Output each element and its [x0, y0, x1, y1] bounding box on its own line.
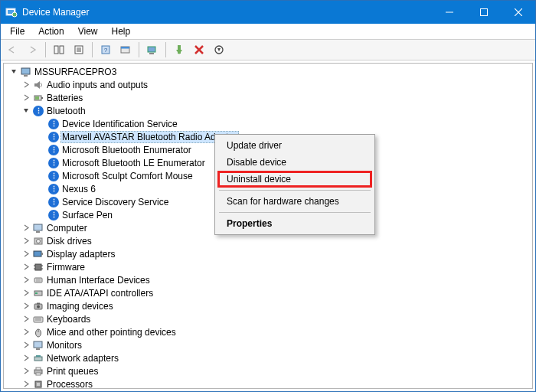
- printer-icon: [31, 366, 45, 377]
- svg-rect-30: [35, 96, 39, 100]
- tree-category-audio[interactable]: Audio inputs and outputs: [5, 78, 532, 91]
- tree-category-netadapters[interactable]: Network adapters: [5, 351, 532, 364]
- keyboard-icon: [31, 314, 45, 325]
- tree-category-processors[interactable]: Processors: [5, 377, 532, 389]
- category-label: Monitors: [45, 340, 84, 351]
- ctx-disable-device[interactable]: Disable device: [217, 154, 372, 171]
- tree-category-mice[interactable]: Mice and other pointing devices: [5, 325, 532, 338]
- nav-back-button[interactable]: [3, 41, 21, 58]
- show-hide-console-button[interactable]: [50, 41, 68, 58]
- tree-category-bluetooth[interactable]: ⋮ Bluetooth: [5, 104, 532, 117]
- mouse-icon: [31, 327, 45, 338]
- ctx-uninstall-device[interactable]: Uninstall device: [217, 171, 372, 188]
- bluetooth-icon: ⋮: [47, 158, 60, 168]
- tree-category-disk[interactable]: Disk drives: [5, 234, 532, 247]
- toolbar: ?: [1, 39, 535, 60]
- monitor-icon: [31, 340, 45, 351]
- svg-rect-60: [36, 368, 41, 370]
- expand-icon[interactable]: [21, 341, 31, 348]
- category-label: Bluetooth: [45, 106, 88, 116]
- category-label: Firmware: [45, 262, 87, 273]
- tree-category-keyboards[interactable]: Keyboards: [5, 312, 532, 325]
- minimize-button[interactable]: [432, 1, 466, 24]
- category-label: Keyboards: [45, 314, 93, 325]
- scan-hardware-button[interactable]: [143, 41, 162, 58]
- bluetooth-icon: ⋮: [47, 210, 60, 220]
- toolbar-divider: [165, 42, 166, 57]
- svg-text:?: ?: [104, 47, 108, 54]
- window-title: Device Manager: [22, 7, 432, 18]
- expand-icon[interactable]: [21, 81, 31, 88]
- tree-category-imaging[interactable]: Imaging devices: [5, 299, 532, 312]
- device-label: Microsoft Bluetooth LE Enumerator: [60, 158, 208, 168]
- disable-button[interactable]: [210, 41, 228, 58]
- expand-icon[interactable]: [21, 276, 31, 283]
- tree-category-hid[interactable]: Human Interface Devices: [5, 273, 532, 286]
- maximize-button[interactable]: [466, 1, 501, 24]
- tree-category-printqueues[interactable]: Print queues: [5, 364, 532, 377]
- svg-marker-27: [34, 81, 40, 89]
- tree-category-display[interactable]: Display adapters: [5, 247, 532, 260]
- svg-rect-4: [480, 9, 487, 16]
- svg-rect-8: [60, 46, 64, 54]
- ctx-scan-hardware[interactable]: Scan for hardware changes: [217, 193, 372, 210]
- device-tree-panel[interactable]: MSSURFACEPRO3 Audio inputs and outputs B…: [3, 63, 533, 389]
- expand-icon[interactable]: [21, 354, 31, 361]
- collapse-icon[interactable]: [21, 107, 31, 114]
- expand-icon[interactable]: [21, 381, 31, 387]
- expand-icon[interactable]: [21, 250, 31, 257]
- expand-icon[interactable]: [21, 94, 31, 101]
- toolbar-button[interactable]: [116, 41, 135, 58]
- collapse-icon[interactable]: [8, 68, 19, 75]
- svg-rect-26: [24, 75, 28, 77]
- help-button[interactable]: ?: [96, 41, 115, 58]
- bt-device-identification[interactable]: ⋮ Device Identification Service: [5, 117, 532, 130]
- tree-category-ide[interactable]: IDE ATA/ATAPI controllers: [5, 286, 532, 299]
- display-adapter-icon: [31, 249, 45, 260]
- toolbar-divider: [92, 42, 93, 57]
- expand-icon[interactable]: [21, 368, 31, 374]
- disk-icon: [31, 236, 45, 247]
- expand-icon[interactable]: [21, 263, 31, 270]
- category-label: Computer: [45, 223, 90, 234]
- menu-file[interactable]: File: [4, 25, 31, 38]
- svg-rect-49: [37, 302, 40, 304]
- bluetooth-icon: ⋮: [47, 184, 60, 194]
- expand-icon[interactable]: [21, 328, 31, 335]
- context-menu-divider: [219, 212, 371, 213]
- tree-root-computer[interactable]: MSSURFACEPRO3: [5, 65, 532, 78]
- expand-icon[interactable]: [21, 302, 31, 309]
- menubar: File Action View Help: [1, 24, 535, 39]
- svg-rect-35: [34, 251, 41, 256]
- tree-category-batteries[interactable]: Batteries: [5, 91, 532, 104]
- ctx-update-driver[interactable]: Update driver: [217, 137, 372, 154]
- category-label: Processors: [45, 379, 95, 390]
- uninstall-button[interactable]: [190, 41, 208, 58]
- tree-root-label: MSSURFACEPRO3: [33, 67, 119, 77]
- battery-icon: [31, 93, 45, 103]
- ctx-properties[interactable]: Properties: [217, 215, 372, 232]
- close-button[interactable]: [501, 1, 535, 24]
- tree-category-firmware[interactable]: Firmware: [5, 260, 532, 273]
- bluetooth-icon: ⋮: [47, 132, 60, 142]
- svg-rect-55: [34, 341, 42, 348]
- tree-category-monitors[interactable]: Monitors: [5, 338, 532, 351]
- update-driver-button[interactable]: [170, 41, 188, 58]
- svg-marker-20: [176, 50, 182, 54]
- nav-forward-button[interactable]: [23, 41, 41, 58]
- chip-icon: [31, 262, 45, 273]
- svg-rect-58: [36, 355, 41, 357]
- category-label: Display adapters: [45, 249, 117, 260]
- expand-icon[interactable]: [21, 237, 31, 244]
- menu-view[interactable]: View: [72, 25, 104, 38]
- category-label: Disk drives: [45, 236, 94, 247]
- ide-icon: [31, 288, 45, 299]
- expand-icon[interactable]: [21, 315, 31, 322]
- properties-button[interactable]: [70, 41, 88, 58]
- computer-icon: [19, 67, 33, 77]
- menu-action[interactable]: Action: [32, 25, 70, 38]
- expand-icon[interactable]: [21, 224, 31, 231]
- speaker-icon: [31, 80, 45, 90]
- expand-icon[interactable]: [21, 289, 31, 296]
- menu-help[interactable]: Help: [106, 25, 137, 38]
